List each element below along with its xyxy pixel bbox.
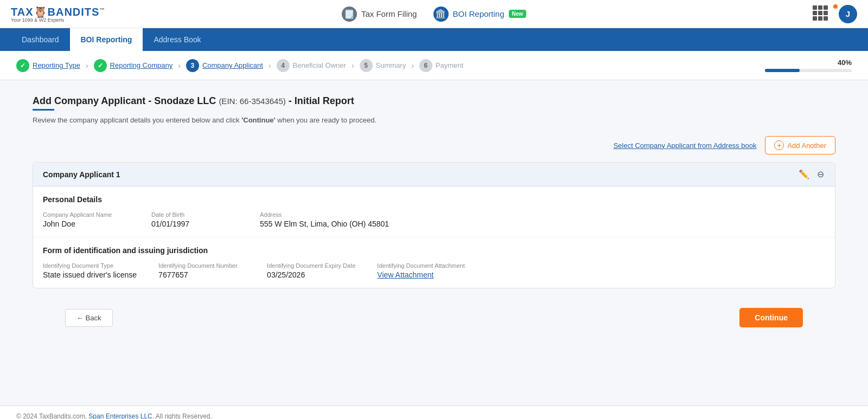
step-1-label[interactable]: Reporting Type bbox=[33, 61, 80, 69]
progress-bar-fill bbox=[765, 69, 800, 72]
top-nav: 🗒️ Tax Form Filing 🏛️ BOI Reporting New bbox=[342, 7, 526, 22]
action-row: Select Company Applicant from Address bo… bbox=[33, 136, 835, 154]
doc-expiry-value: 03/25/2026 bbox=[267, 270, 355, 279]
report-type: Initial Report bbox=[295, 95, 354, 106]
footer: © 2024 TaxBandits.com, Span Enterprises … bbox=[0, 405, 868, 419]
step-4-circle: 4 bbox=[277, 59, 290, 72]
nav-tax-form-filing[interactable]: 🗒️ Tax Form Filing bbox=[342, 7, 417, 22]
step-4-label: Beneficial Owner bbox=[293, 61, 346, 69]
step-2-label[interactable]: Reporting Company bbox=[110, 61, 173, 69]
logo-subtitle: Your 1099 & W2 Experts bbox=[11, 17, 64, 23]
personal-details-section: Personal Details Company Applicant Name … bbox=[33, 186, 835, 237]
doc-number-value: 7677657 bbox=[158, 270, 245, 279]
progress-bar-bg bbox=[765, 69, 852, 72]
card-actions: ✏️ ⊖ bbox=[797, 168, 825, 181]
user-avatar[interactable]: J bbox=[839, 5, 857, 23]
add-another-label: Add Another bbox=[787, 141, 826, 150]
heading-underline bbox=[33, 109, 54, 111]
boi-label: BOI Reporting bbox=[452, 9, 504, 18]
tax-form-icon: 🗒️ bbox=[342, 7, 357, 22]
progress-label: 40% bbox=[838, 59, 852, 67]
identification-section-title: Form of identification and issuing juris… bbox=[43, 246, 825, 255]
personal-fields-row: Company Applicant Name John Doe Date of … bbox=[43, 211, 825, 228]
name-value: John Doe bbox=[43, 220, 130, 228]
address-value: 555 W Elm St, Lima, Ohio (OH) 45801 bbox=[260, 220, 389, 228]
doc-type-label: Identifying Document Type bbox=[43, 262, 137, 269]
nav-bar: Dashboard BOI Reporting Address Book bbox=[0, 28, 868, 51]
nav-dashboard[interactable]: Dashboard bbox=[11, 28, 70, 51]
step-2: ✓ Reporting Company bbox=[94, 59, 173, 72]
arrow-3: › bbox=[269, 61, 271, 70]
footer-text-suffix: . All rights Reserved. bbox=[152, 412, 212, 419]
page-heading: Add Company Applicant - Snodaze LLC (EIN… bbox=[33, 95, 835, 107]
identification-fields-row: Identifying Document Type State issued d… bbox=[43, 262, 825, 279]
identification-section: Form of identification and issuing juris… bbox=[33, 237, 835, 288]
field-applicant-name: Company Applicant Name John Doe bbox=[43, 211, 130, 228]
step-5-label: Summary bbox=[376, 61, 406, 69]
view-attachment-link[interactable]: View Attachment bbox=[377, 270, 464, 279]
arrow-1: › bbox=[86, 61, 88, 70]
doc-attachment-label: Identifying Document Attachment bbox=[377, 262, 464, 269]
tax-form-label: Tax Form Filing bbox=[361, 9, 417, 18]
applicant-card-1: Company Applicant 1 ✏️ ⊖ Personal Detail… bbox=[33, 162, 835, 288]
step-1-circle: ✓ bbox=[16, 59, 29, 72]
back-button[interactable]: ← Back bbox=[65, 309, 113, 327]
field-doc-number: Identifying Document Number 7677657 bbox=[158, 262, 245, 279]
arrow-2: › bbox=[178, 61, 181, 70]
doc-number-label: Identifying Document Number bbox=[158, 262, 245, 269]
bottom-nav: ← Back Continue bbox=[33, 299, 835, 336]
company-name: Snodaze LLC bbox=[154, 95, 216, 106]
step-2-circle: ✓ bbox=[94, 59, 107, 72]
nav-boi-reporting[interactable]: BOI Reporting bbox=[70, 28, 143, 51]
nav-boi-reporting[interactable]: 🏛️ BOI Reporting New bbox=[433, 7, 526, 22]
dob-label: Date of Birth bbox=[151, 211, 238, 218]
field-doc-expiry: Identifying Document Expiry Date 03/25/2… bbox=[267, 262, 355, 279]
step-3-label[interactable]: Company Applicant bbox=[202, 61, 263, 69]
field-dob: Date of Birth 01/01/1997 bbox=[151, 211, 238, 228]
footer-text-prefix: © 2024 TaxBandits.com, bbox=[16, 412, 88, 419]
doc-expiry-label: Identifying Document Expiry Date bbox=[267, 262, 355, 269]
ein: (EIN: 66-3543645) bbox=[219, 96, 285, 106]
apps-icon[interactable] bbox=[813, 5, 830, 23]
select-applicant-link[interactable]: Select Company Applicant from Address bo… bbox=[614, 141, 757, 150]
step-5-circle: 5 bbox=[360, 59, 373, 72]
name-label: Company Applicant Name bbox=[43, 211, 130, 218]
plus-icon: + bbox=[774, 140, 784, 150]
heading-prefix: Add Company Applicant bbox=[33, 95, 145, 106]
step-1: ✓ Reporting Type bbox=[16, 59, 80, 72]
step-6: 6 Payment bbox=[419, 59, 463, 72]
stepper: ✓ Reporting Type › ✓ Reporting Company ›… bbox=[0, 51, 868, 80]
field-doc-type: Identifying Document Type State issued d… bbox=[43, 262, 137, 279]
boi-icon: 🏛️ bbox=[433, 7, 448, 22]
doc-type-value: State issued driver's license bbox=[43, 270, 137, 279]
logo[interactable]: TAX🦉BANDITS™ Your 1099 & W2 Experts bbox=[11, 5, 105, 23]
nav-address-book[interactable]: Address Book bbox=[143, 28, 212, 51]
logo-text: TAX🦉BANDITS™ bbox=[11, 5, 105, 18]
top-bar: TAX🦉BANDITS™ Your 1099 & W2 Experts 🗒️ T… bbox=[0, 0, 868, 28]
field-doc-attachment: Identifying Document Attachment View Att… bbox=[377, 262, 464, 279]
arrow-4: › bbox=[352, 61, 354, 70]
main-content: Add Company Applicant - Snodaze LLC (EIN… bbox=[0, 80, 868, 405]
footer-link[interactable]: Span Enterprises LLC bbox=[88, 412, 152, 419]
progress-area: 40% bbox=[765, 59, 852, 72]
continue-button[interactable]: Continue bbox=[739, 308, 803, 327]
top-right-icons: J bbox=[813, 5, 857, 23]
dob-value: 01/01/1997 bbox=[151, 220, 238, 228]
card-header-1: Company Applicant 1 ✏️ ⊖ bbox=[33, 163, 835, 186]
arrow-5: › bbox=[411, 61, 414, 70]
address-label: Address bbox=[260, 211, 389, 218]
step-6-circle: 6 bbox=[419, 59, 432, 72]
field-address: Address 555 W Elm St, Lima, Ohio (OH) 45… bbox=[260, 211, 389, 228]
card-title-1: Company Applicant 1 bbox=[43, 170, 120, 179]
add-another-button[interactable]: + Add Another bbox=[765, 136, 835, 154]
edit-button[interactable]: ✏️ bbox=[797, 168, 810, 181]
new-badge: New bbox=[509, 10, 527, 18]
remove-button[interactable]: ⊖ bbox=[816, 168, 825, 181]
personal-section-title: Personal Details bbox=[43, 195, 825, 204]
step-3: 3 Company Applicant bbox=[186, 59, 263, 72]
step-4: 4 Beneficial Owner bbox=[277, 59, 346, 72]
sub-text: Review the company applicant details you… bbox=[33, 116, 835, 124]
step-6-label: Payment bbox=[436, 61, 463, 69]
step-3-circle: 3 bbox=[186, 59, 199, 72]
step-5: 5 Summary bbox=[360, 59, 406, 72]
